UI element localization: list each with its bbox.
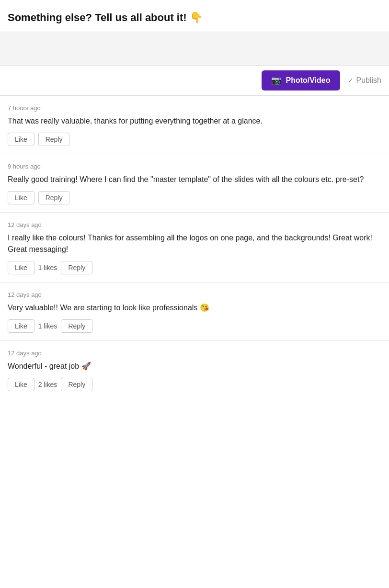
comment-text: Very valuable!! We are starting to look … bbox=[8, 302, 381, 314]
comment-item: 12 days agoVery valuable!! We are starti… bbox=[0, 283, 389, 341]
likes-count: 1 likes bbox=[38, 322, 57, 330]
comment-actions: Like1 likesReply bbox=[8, 261, 381, 274]
comment-text: That was really valuable, thanks for put… bbox=[8, 115, 381, 127]
check-icon: ✓ bbox=[348, 77, 354, 84]
page-header: Something else? Tell us all about it! 👇 bbox=[0, 0, 389, 32]
reply-button[interactable]: Reply bbox=[61, 261, 92, 274]
publish-label: Publish bbox=[356, 76, 381, 85]
photo-video-button[interactable]: 📷 Photo/Video bbox=[262, 70, 340, 90]
like-button[interactable]: Like bbox=[8, 378, 34, 391]
likes-count: 2 likes bbox=[38, 381, 57, 388]
reply-button[interactable]: Reply bbox=[38, 191, 70, 204]
like-button[interactable]: Like bbox=[8, 261, 34, 274]
comment-item: 9 hours agoReally good training! Where I… bbox=[0, 154, 389, 213]
like-button[interactable]: Like bbox=[8, 191, 34, 204]
like-button[interactable]: Like bbox=[8, 319, 34, 333]
comment-actions: LikeReply bbox=[8, 133, 381, 146]
comment-time: 7 hours ago bbox=[8, 104, 381, 112]
camera-icon: 📷 bbox=[271, 75, 282, 86]
comment-time: 9 hours ago bbox=[8, 163, 381, 170]
comment-time: 12 days ago bbox=[8, 221, 381, 228]
reply-button[interactable]: Reply bbox=[38, 133, 70, 146]
page-title: Something else? Tell us all about it! 👇 bbox=[8, 11, 381, 24]
comment-actions: Like1 likesReply bbox=[8, 319, 381, 333]
comment-item: 7 hours agoThat was really valuable, tha… bbox=[0, 96, 389, 154]
comment-text: Really good training! Where I can find t… bbox=[8, 174, 381, 185]
comment-actions: LikeReply bbox=[8, 191, 381, 204]
compose-toolbar: 📷 Photo/Video ✓ Publish bbox=[0, 66, 389, 96]
comment-text: I really like the colours! Thanks for as… bbox=[8, 232, 381, 255]
comment-time: 12 days ago bbox=[8, 350, 381, 357]
publish-button[interactable]: ✓ Publish bbox=[348, 76, 381, 85]
comment-item: 12 days agoI really like the colours! Th… bbox=[0, 213, 389, 283]
reply-button[interactable]: Reply bbox=[61, 378, 92, 391]
likes-count: 1 likes bbox=[38, 264, 57, 271]
comment-text: Wonderful - great job 🚀 bbox=[8, 361, 381, 372]
compose-area[interactable] bbox=[0, 32, 389, 66]
comment-time: 12 days ago bbox=[8, 291, 381, 298]
like-button[interactable]: Like bbox=[8, 133, 34, 146]
comment-actions: Like2 likesReply bbox=[8, 378, 381, 391]
comments-list: 7 hours agoThat was really valuable, tha… bbox=[0, 96, 389, 399]
photo-video-label: Photo/Video bbox=[286, 76, 330, 85]
comment-item: 12 days agoWonderful - great job 🚀Like2 … bbox=[0, 341, 389, 399]
reply-button[interactable]: Reply bbox=[61, 319, 92, 333]
